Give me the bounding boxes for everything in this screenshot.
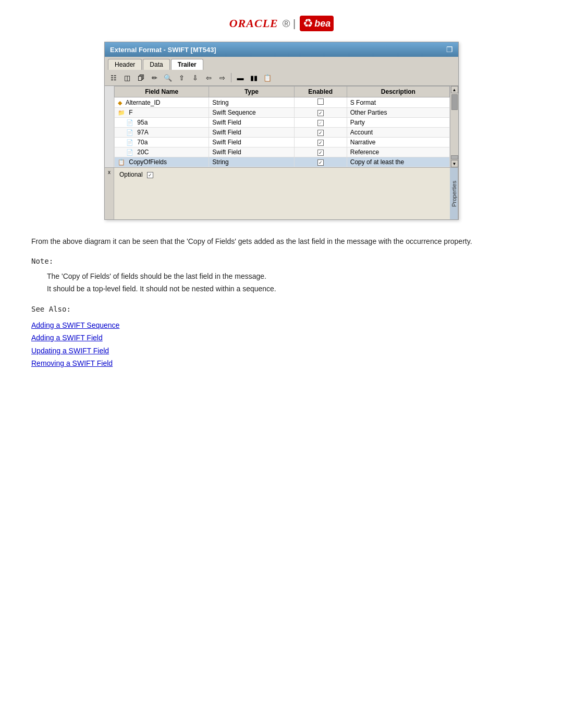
scroll-up-btn[interactable]: ▲ (451, 86, 458, 93)
cell-name: 📁 F (115, 108, 209, 118)
table-row: 📋 CopyOfFields String Copy of at least t… (115, 157, 450, 167)
toolbar-grid-btn[interactable]: ☷ (108, 72, 119, 83)
dialog-restore-icon[interactable]: ❐ (446, 45, 453, 54)
list-item: Updating a SWIFT Field (31, 345, 532, 356)
cell-enabled[interactable] (294, 157, 347, 167)
table-row: 📁 F Swift Sequence Other Parties (115, 108, 450, 118)
doc-icon: 📄 (126, 129, 133, 135)
scroll-down-btn[interactable]: ▼ (451, 160, 458, 167)
toolbar-up-btn[interactable]: ⇧ (176, 72, 187, 83)
toolbar-table-btn[interactable]: ◫ (121, 72, 133, 83)
toolbar-more-btn[interactable]: 📋 (262, 72, 273, 83)
cell-name: 📄 20C (115, 147, 209, 157)
toolbar-copy-btn[interactable]: 🗍 (135, 72, 146, 83)
toolbar-sep (231, 73, 231, 82)
note-line-1: The 'Copy of Fields' of fields should be… (47, 270, 532, 283)
link-removing-field[interactable]: Removing a SWIFT Field (31, 359, 113, 367)
dialog-titlebar: External Format - SWIFT [MT543] ❐ (105, 42, 458, 57)
cell-desc: Narrative (347, 138, 449, 147)
cell-type: Swift Sequence (209, 108, 294, 118)
cell-enabled[interactable] (294, 108, 347, 118)
left-marker (105, 86, 114, 167)
toolbar: ☷ ◫ 🗍 ✏ 🔍 ⇧ ⇩ ⇦ ⇨ ▬ ▮▮ 📋 (105, 70, 458, 86)
link-adding-field[interactable]: Adding a SWIFT Field (31, 334, 103, 342)
toolbar-right-btn[interactable]: ⇨ (216, 72, 228, 83)
toolbar-left-btn[interactable]: ⇦ (203, 72, 214, 83)
see-also-links: Adding a SWIFT Sequence Adding a SWIFT F… (31, 319, 532, 369)
toolbar-down-btn[interactable]: ⇩ (189, 72, 201, 83)
enabled-checkbox[interactable] (317, 159, 324, 166)
optional-checkbox[interactable] (147, 172, 153, 178)
link-adding-sequence[interactable]: Adding a SWIFT Sequence (31, 321, 119, 329)
col-header-name: Field Name (115, 87, 209, 97)
properties-panel: x Optional Properties (105, 167, 458, 219)
copy-fields-icon: 📋 (118, 159, 125, 165)
cell-name: 📋 CopyOfFields (115, 157, 209, 167)
cell-desc: Party (347, 118, 449, 128)
bea-logo: ♻ bea (300, 16, 334, 31)
note-label: Note: (31, 255, 532, 267)
cell-desc: Copy of at least the (347, 157, 449, 167)
diamond-icon: ◆ (118, 100, 122, 106)
bea-text: bea (314, 18, 331, 29)
scroll-grip (451, 155, 458, 159)
table-row: 📄 97A Swift Field Account (115, 128, 450, 138)
scroll-thumb[interactable] (451, 94, 458, 110)
cell-name: 📄 97A (115, 128, 209, 138)
dialog-window: External Format - SWIFT [MT543] ❐ Header… (104, 42, 459, 220)
note-line-2: It should be a top-level field. It shoul… (47, 283, 532, 295)
cell-name: ◆ Alternate_ID (115, 97, 209, 108)
cell-enabled[interactable] (294, 128, 347, 138)
col-header-desc: Description (347, 87, 449, 97)
note-content: The 'Copy of Fields' of fields should be… (31, 270, 532, 295)
cell-enabled[interactable] (294, 118, 347, 128)
cell-type: Swift Field (209, 118, 294, 128)
list-item: Adding a SWIFT Field (31, 332, 532, 343)
oracle-logo: ORACLE (229, 17, 278, 30)
enabled-checkbox[interactable] (317, 130, 324, 136)
doc-icon: 📄 (126, 139, 133, 145)
tab-trailer[interactable]: Trailer (171, 59, 203, 70)
description-paragraph: From the above diagram it can be seen th… (31, 236, 532, 247)
list-item: Adding a SWIFT Sequence (31, 319, 532, 331)
enabled-checkbox[interactable] (317, 140, 324, 146)
doc-icon: 📄 (126, 119, 133, 126)
table-row: ◆ Alternate_ID String S Format (115, 97, 450, 108)
col-header-type: Type (209, 87, 294, 97)
toolbar-list-btn[interactable]: ▬ (235, 72, 246, 83)
cell-name: 📄 95a (115, 118, 209, 128)
cell-desc: Reference (347, 147, 449, 157)
scrollbar[interactable]: ▲ ▼ (450, 86, 458, 167)
dialog-title: External Format - SWIFT [MT543] (110, 46, 216, 54)
cell-enabled[interactable] (294, 138, 347, 147)
cell-enabled[interactable] (294, 97, 347, 108)
enabled-checkbox[interactable] (317, 120, 324, 126)
cell-type: Swift Field (209, 147, 294, 157)
list-item: Removing a SWIFT Field (31, 357, 532, 369)
properties-tab[interactable]: Properties (450, 168, 458, 219)
tab-header[interactable]: Header (108, 59, 142, 70)
properties-content: Optional (114, 168, 158, 219)
link-updating-field[interactable]: Updating a SWIFT Field (31, 347, 109, 355)
cell-type: Swift Field (209, 138, 294, 147)
properties-close-btn[interactable]: x (105, 168, 114, 219)
col-header-enabled: Enabled (294, 87, 347, 97)
enabled-checkbox[interactable] (317, 150, 324, 156)
toolbar-edit-btn[interactable]: ✏ (149, 72, 160, 83)
tabs-row: Header Data Trailer (105, 57, 458, 70)
logo-area: ORACLE ® | ♻ bea (31, 16, 532, 31)
see-also-label: See Also: (31, 303, 532, 315)
cell-desc: Other Parties (347, 108, 449, 118)
folder-icon: 📁 (118, 109, 125, 116)
table-row: 📄 95a Swift Field Party (115, 118, 450, 128)
cell-desc: Account (347, 128, 449, 138)
doc-icon: 📄 (126, 149, 133, 155)
toolbar-search-btn[interactable]: 🔍 (162, 72, 174, 83)
enabled-checkbox[interactable] (317, 98, 324, 105)
toolbar-columns-btn[interactable]: ▮▮ (248, 72, 260, 83)
enabled-checkbox[interactable] (317, 110, 324, 116)
table-row: 📄 20C Swift Field Reference (115, 147, 450, 157)
cell-enabled[interactable] (294, 147, 347, 157)
tab-data[interactable]: Data (143, 59, 169, 70)
data-table: Field Name Type Enabled Description ◆ Al… (114, 86, 450, 167)
